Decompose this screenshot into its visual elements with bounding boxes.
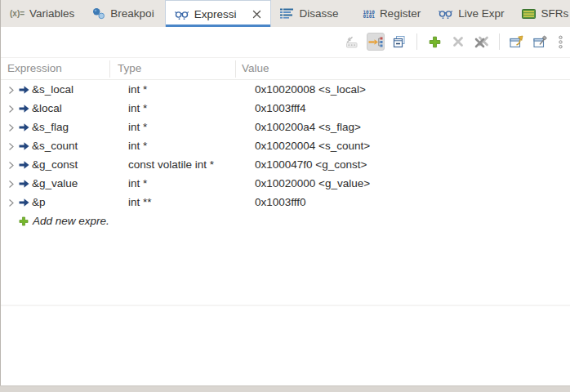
type-cell: int * <box>128 177 147 189</box>
expression-cell: &p <box>32 196 46 208</box>
value-cell: 0x100200a4 <s_flag> <box>255 121 361 133</box>
add-expression-label: Add new expre. <box>33 215 109 227</box>
table-row[interactable]: &p int ** 0x1003fff0 <box>2 194 570 212</box>
tab-label: Live Expr <box>458 7 504 20</box>
tab-label: Breakpoi <box>110 7 154 20</box>
open-new-view-icon[interactable] <box>508 33 526 51</box>
expression-cell: &local <box>32 102 62 114</box>
tab-registers[interactable]: 1010 0101 Register <box>354 0 430 27</box>
tab-sfrs[interactable]: SFRs <box>513 0 570 27</box>
value-cell: 0x10020008 <s_local> <box>255 83 366 96</box>
column-header-value[interactable]: Value <box>242 62 269 74</box>
value-cell: 0x100047f0 <g_const> <box>255 158 367 171</box>
add-expression-row[interactable]: Add new expre. <box>2 212 570 231</box>
value-cell: 0x10020000 <g_value> <box>255 177 370 189</box>
expression-icon <box>19 160 29 170</box>
expression-icon <box>19 198 29 207</box>
variables-icon: (x)= <box>10 9 24 18</box>
window-bottom-edge <box>0 385 570 392</box>
close-icon[interactable] <box>249 7 264 21</box>
type-cell: int * <box>128 102 147 114</box>
remove-expression-icon[interactable] <box>449 33 467 51</box>
tab-breakpoints[interactable]: Breakpoi <box>83 0 163 27</box>
view-toolbar <box>343 29 565 54</box>
tab-disassembly[interactable]: Disasse <box>271 0 347 27</box>
chevron-right-icon[interactable] <box>8 198 15 207</box>
tab-variables[interactable]: (x)= Variables <box>1 0 83 27</box>
chevron-right-icon[interactable] <box>8 123 15 132</box>
type-cell: int * <box>128 121 147 133</box>
breakpoints-icon <box>92 7 105 20</box>
toolbar-separator <box>499 33 500 50</box>
disassembly-icon <box>280 8 294 19</box>
add-plus-icon <box>19 216 29 226</box>
type-cell: const volatile int * <box>128 158 214 171</box>
value-cell: 0x1003fff4 <box>255 102 306 114</box>
column-divider[interactable] <box>235 60 236 78</box>
expressions-icon <box>175 8 189 20</box>
tab-label: Register <box>380 7 421 20</box>
expressions-view-panel: Expression Type Value &s_local int * 0x1… <box>0 27 570 385</box>
chevron-right-icon[interactable] <box>8 142 15 151</box>
panel-divider <box>1 305 570 306</box>
tab-label: SFRs <box>541 7 568 20</box>
view-tab-bar: (x)= Variables Breakpoi Expressi <box>0 0 570 27</box>
table-row[interactable]: &local int * 0x1003fff4 <box>2 100 570 118</box>
table-row[interactable]: &s_count int * 0x10020004 <s_count> <box>2 137 570 156</box>
expression-icon <box>19 179 29 189</box>
chevron-right-icon[interactable] <box>8 180 15 189</box>
expression-cell: &g_value <box>32 177 78 189</box>
registers-icon: 1010 0101 <box>363 10 374 18</box>
expression-icon <box>19 104 29 114</box>
sfrs-icon <box>522 9 536 19</box>
expression-icon <box>19 85 29 95</box>
tab-label: Variables <box>29 7 74 20</box>
expression-cell: &s_flag <box>32 121 69 133</box>
tab-label: Expressi <box>194 8 237 20</box>
table-row[interactable]: &g_const const volatile int * 0x100047f0… <box>2 156 570 175</box>
tab-expressions[interactable]: Expressi <box>165 0 272 27</box>
value-cell: 0x10020004 <s_count> <box>255 140 370 152</box>
column-header-type[interactable]: Type <box>118 62 141 74</box>
table-row[interactable]: &s_flag int * 0x100200a4 <s_flag> <box>2 118 570 137</box>
collapse-all-icon[interactable] <box>390 33 408 51</box>
expression-cell: &s_count <box>32 140 78 152</box>
type-cell: int ** <box>128 196 152 208</box>
tab-live-expressions[interactable]: Live Expr <box>430 0 513 27</box>
expression-cell: &s_local <box>32 83 73 96</box>
pin-view-icon[interactable] <box>532 33 550 51</box>
add-expression-icon[interactable] <box>425 33 443 51</box>
column-divider[interactable] <box>109 60 110 78</box>
table-row[interactable]: &s_local int * 0x10020008 <s_local> <box>2 81 570 100</box>
remove-all-expressions-icon[interactable] <box>473 33 491 51</box>
expression-icon <box>19 141 29 151</box>
expression-cell: &g_const <box>32 158 78 171</box>
live-expressions-icon <box>439 7 453 20</box>
table-header: Expression Type Value <box>1 57 570 80</box>
column-header-expression[interactable]: Expression <box>7 62 62 74</box>
table-row[interactable]: &g_value int * 0x10020000 <g_value> <box>2 175 570 194</box>
value-cell: 0x1003fff0 <box>255 196 306 208</box>
tab-label: Disasse <box>299 7 338 20</box>
expression-icon <box>19 122 29 132</box>
chevron-right-icon[interactable] <box>8 161 15 170</box>
chevron-right-icon[interactable] <box>8 105 15 114</box>
show-logical-structure-icon[interactable] <box>367 33 385 51</box>
expressions-table: &s_local int * 0x10020008 <s_local> &loc… <box>2 81 570 231</box>
type-cell: int * <box>128 140 147 152</box>
show-type-names-icon[interactable] <box>343 33 361 51</box>
type-cell: int * <box>128 83 147 96</box>
chevron-right-icon[interactable] <box>8 86 15 95</box>
toolbar-separator <box>416 33 417 50</box>
view-menu-icon[interactable] <box>555 33 565 51</box>
